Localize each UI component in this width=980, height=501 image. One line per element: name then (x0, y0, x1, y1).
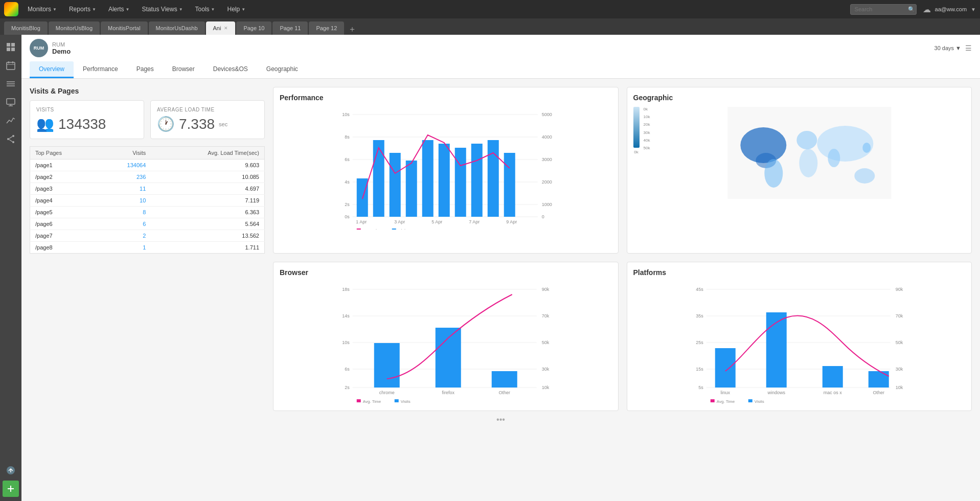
svg-rect-4 (7, 62, 15, 70)
col-avg: Avg. Load Time(sec) (151, 147, 264, 160)
options-icon[interactable]: ☰ (965, 44, 972, 52)
svg-text:90k: 90k (542, 287, 550, 292)
tab-overview[interactable]: Overview (30, 61, 74, 78)
tools-menu[interactable]: Tools ▼ (190, 0, 220, 18)
app-body: RUM RUM Demo 30 days ▼ ☰ (0, 35, 980, 501)
table-row[interactable]: /page4 10 7.119 (30, 195, 265, 207)
tab-page12[interactable]: Page 12 (309, 21, 344, 35)
geographic-title: Geographic (633, 94, 966, 102)
avg-cell: 1.711 (151, 242, 264, 254)
status-views-menu[interactable]: Status Views ▼ (137, 0, 188, 18)
sidebar-share-icon[interactable] (3, 131, 19, 147)
svg-text:50k: 50k (542, 340, 550, 345)
svg-text:3 Apr: 3 Apr (394, 219, 405, 224)
svg-text:6s: 6s (345, 367, 350, 372)
tab-geographic[interactable]: Geographic (257, 61, 307, 78)
svg-text:35s: 35s (696, 313, 703, 318)
cloud-icon[interactable]: ☁ (923, 5, 931, 14)
browser-chart: 18s 14s 10s 6s 2s 90k 70k 50k 30k 10k (280, 282, 612, 404)
svg-line-18 (9, 140, 12, 142)
svg-rect-47 (455, 148, 466, 217)
help-menu[interactable]: Help ▼ (222, 0, 251, 18)
page-cell: /page8 (30, 242, 98, 254)
svg-text:firefox: firefox (442, 390, 454, 395)
top-nav: Monitors ▼ Reports ▼ Alerts ▼ Status Vie… (0, 0, 980, 18)
people-icon: 👥 (36, 116, 54, 132)
sidebar-grid-icon[interactable] (3, 76, 19, 92)
user-label[interactable]: aa@ww.com (935, 6, 967, 12)
svg-text:windows: windows (767, 390, 785, 395)
col-page: Top Pages (30, 147, 98, 160)
table-row[interactable]: /page1 134064 9.603 (30, 160, 265, 171)
tab-monitis-blog[interactable]: MonitisBlog (4, 21, 48, 35)
sidebar-upload-icon[interactable] (3, 462, 19, 479)
world-map-svg (654, 107, 965, 199)
tab-monitor-us-dashb[interactable]: MonitorUsDashb (149, 21, 205, 35)
svg-text:30k: 30k (895, 367, 903, 372)
days-select[interactable]: 30 days ▼ (935, 45, 961, 51)
sidebar-dashboard-icon[interactable] (3, 39, 19, 55)
search-box[interactable]: 🔍 (850, 4, 917, 15)
table-row[interactable]: /page5 8 6.363 (30, 207, 265, 218)
tabs-bar: MonitisBlog MonitorUsBlog MonitisPortal … (0, 18, 980, 35)
svg-text:5 Apr: 5 Apr (431, 219, 442, 224)
svg-text:Other: Other (873, 390, 884, 395)
tab-browser[interactable]: Browser (163, 61, 204, 78)
logo-icon[interactable] (4, 2, 18, 16)
svg-point-15 (12, 141, 14, 143)
page-cell: /page7 (30, 230, 98, 242)
svg-rect-0 (7, 43, 10, 47)
avg-cell: 6.363 (151, 207, 264, 218)
table-row[interactable]: /page8 1 1.711 (30, 242, 265, 254)
table-row[interactable]: /page7 2 13.562 (30, 230, 265, 242)
sidebar-chart-icon[interactable] (3, 112, 19, 129)
visits-card: VISITS 👥 134338 (30, 100, 144, 139)
svg-text:linux: linux (720, 390, 730, 395)
visits-cell: 134064 (98, 160, 151, 171)
svg-point-14 (12, 135, 14, 137)
tab-devices-os[interactable]: Devices&OS (204, 61, 257, 78)
alerts-menu[interactable]: Alerts ▼ (103, 0, 135, 18)
svg-text:10s: 10s (342, 112, 350, 117)
svg-rect-85 (374, 343, 400, 388)
svg-text:0s: 0s (345, 214, 350, 219)
tab-performance[interactable]: Performance (74, 61, 127, 78)
geographic-section: Geographic 0k 0k 10k 20k 30k 40k (627, 87, 972, 254)
svg-rect-118 (710, 399, 714, 402)
monitors-menu[interactable]: Monitors ▼ (22, 0, 62, 18)
visits-cell: 2 (98, 230, 151, 242)
tab-page10[interactable]: Page 10 (236, 21, 271, 35)
search-input[interactable] (855, 6, 906, 12)
reports-menu[interactable]: Reports ▼ (64, 0, 101, 18)
svg-text:6s: 6s (345, 157, 350, 162)
svg-text:5000: 5000 (542, 112, 552, 117)
table-row[interactable]: /page6 6 5.564 (30, 218, 265, 230)
svg-point-64 (797, 131, 817, 149)
svg-text:Visits: Visits (398, 229, 409, 230)
tab-ani[interactable]: Ani ✕ (206, 21, 236, 35)
close-icon[interactable]: ✕ (224, 26, 228, 31)
sidebar-monitor-icon[interactable] (3, 94, 19, 110)
avg-cell: 7.119 (151, 195, 264, 207)
svg-rect-111 (766, 312, 786, 388)
main-content: RUM RUM Demo 30 days ▼ ☰ (21, 35, 980, 501)
sidebar-calendar-icon[interactable] (3, 57, 19, 74)
page-content: Visits & Pages VISITS 👥 134338 AVERAGE L… (21, 79, 980, 432)
svg-text:Visits: Visits (754, 399, 764, 404)
svg-point-63 (765, 159, 783, 188)
tab-pages[interactable]: Pages (127, 61, 163, 78)
svg-text:Other: Other (498, 390, 510, 395)
tab-monitis-portal[interactable]: MonitisPortal (101, 21, 148, 35)
svg-rect-3 (11, 48, 15, 51)
svg-text:4s: 4s (345, 179, 350, 185)
table-row[interactable]: /page3 11 4.697 (30, 183, 265, 195)
tab-monitor-us-blog[interactable]: MonitorUsBlog (49, 21, 100, 35)
sidebar-plus-icon[interactable] (3, 481, 19, 497)
table-row[interactable]: /page2 236 10.085 (30, 171, 265, 183)
tab-page11[interactable]: Page 11 (272, 21, 308, 35)
svg-text:15s: 15s (696, 367, 703, 372)
page-cell: /page6 (30, 218, 98, 230)
page-cell: /page1 (30, 160, 98, 171)
svg-text:9 Apr: 9 Apr (506, 219, 517, 224)
add-tab-button[interactable]: ＋ (345, 24, 359, 35)
